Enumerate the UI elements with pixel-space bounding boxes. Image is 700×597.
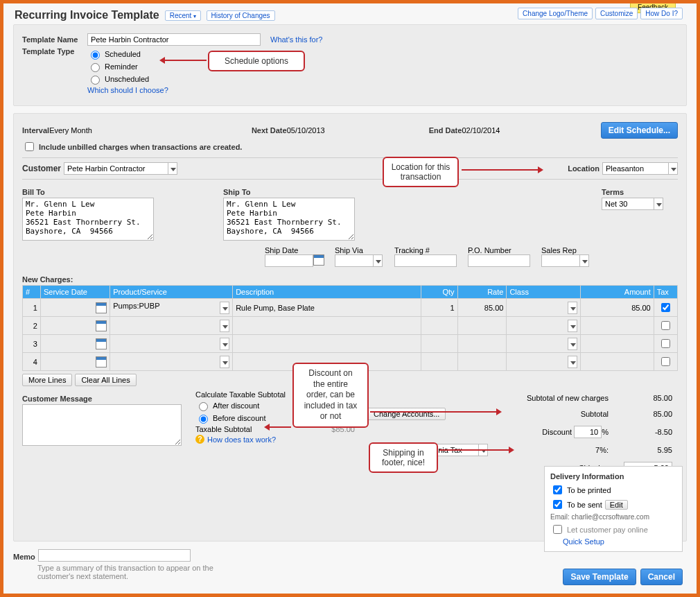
rep-label: Sales Rep — [541, 246, 597, 254]
scheduled-radio[interactable] — [91, 51, 100, 60]
more-lines-button[interactable]: More Lines — [22, 374, 72, 386]
customer-dropdown[interactable] — [168, 162, 177, 175]
table-row[interactable]: 2 — [23, 317, 678, 335]
which-choose-link[interactable]: Which should I choose? — [87, 86, 168, 94]
quick-setup-link[interactable]: Quick Setup — [563, 537, 604, 546]
cancel-button[interactable]: Cancel — [640, 569, 683, 585]
pay-online-checkbox[interactable] — [553, 525, 562, 534]
next-date-label: Next Date — [252, 126, 287, 135]
tax-checkbox[interactable] — [661, 321, 670, 330]
rep-dropdown[interactable] — [579, 254, 589, 267]
how-do-i-button[interactable]: How Do I? — [640, 8, 683, 19]
unscheduled-radio[interactable] — [91, 76, 100, 85]
subtotal-new-label: Subtotal of new charges — [493, 392, 613, 404]
product-dropdown[interactable] — [220, 338, 229, 350]
tax-checkbox[interactable] — [661, 357, 670, 366]
page-title: Recurring Invoice Template — [15, 9, 159, 21]
to-print-checkbox[interactable] — [553, 485, 562, 494]
callout-location: Location for this transaction — [383, 157, 459, 187]
customer-label: Customer — [22, 164, 61, 173]
customer-message-textarea[interactable] — [22, 404, 182, 446]
reminder-label: Reminder — [105, 62, 138, 71]
calendar-icon[interactable] — [96, 356, 107, 367]
change-theme-button[interactable]: Change Logo/Theme — [518, 8, 593, 19]
history-button[interactable]: History of Changes — [207, 10, 275, 21]
po-input[interactable] — [468, 254, 530, 267]
discount-pct-input[interactable] — [574, 426, 602, 438]
interval-label: Interval — [22, 126, 49, 135]
calendar-icon[interactable] — [313, 254, 324, 266]
class-dropdown[interactable] — [568, 338, 577, 350]
subtotal-new-value: 85.00 — [614, 392, 676, 404]
calendar-icon[interactable] — [96, 320, 107, 331]
customer-message-label: Customer Message — [22, 395, 189, 403]
charges-table: # Service Date Product/Service Descripti… — [22, 285, 678, 371]
shipvia-label: Ship Via — [335, 246, 390, 254]
terms-input[interactable] — [602, 198, 654, 210]
before-discount-label: Before discount — [213, 414, 265, 422]
shipvia-input[interactable] — [335, 254, 373, 267]
taxable-subtotal-label: Taxable Subtotal — [195, 425, 252, 433]
product-dropdown[interactable] — [220, 356, 229, 368]
end-date-label: End Date — [429, 126, 462, 135]
after-discount-radio[interactable] — [199, 402, 208, 411]
to-send-checkbox[interactable] — [553, 500, 562, 509]
delivery-title: Delivery Information — [550, 472, 676, 481]
tax-checkbox[interactable] — [661, 339, 670, 348]
tracking-input[interactable] — [394, 254, 457, 267]
reminder-radio[interactable] — [91, 63, 100, 72]
calendar-icon[interactable] — [96, 338, 107, 349]
template-type-label: Template Type — [22, 47, 85, 55]
edit-schedule-button[interactable]: Edit Schedule... — [601, 122, 678, 139]
terms-label: Terms — [602, 188, 678, 196]
location-dropdown[interactable] — [668, 162, 678, 175]
help-icon: ? — [195, 435, 204, 444]
class-dropdown[interactable] — [568, 356, 577, 368]
unbilled-checkbox[interactable] — [25, 142, 34, 151]
shipvia-dropdown[interactable] — [373, 254, 383, 267]
recent-dropdown[interactable]: Recent ▾ — [165, 10, 201, 21]
callout-discount: Discount on the entire order, can be inc… — [292, 363, 369, 428]
class-dropdown[interactable] — [568, 320, 577, 332]
subtotal-value: 85.00 — [614, 406, 676, 422]
discount-label: Discount — [542, 428, 572, 436]
customer-input[interactable] — [64, 162, 168, 175]
edit-delivery-button[interactable]: Edit — [605, 500, 628, 510]
pay-online-label: Let customer pay online — [567, 526, 648, 534]
save-template-button[interactable]: Save Template — [563, 569, 636, 585]
subtotal-label: Subtotal — [493, 406, 613, 422]
customize-button[interactable]: Customize — [595, 8, 638, 19]
delivery-panel: Delivery Information To be printed To be… — [544, 466, 683, 552]
terms-dropdown[interactable] — [654, 198, 663, 210]
po-label: P.O. Number — [468, 246, 537, 254]
callout-schedule: Schedule options — [208, 51, 305, 71]
memo-input[interactable] — [38, 549, 191, 562]
whats-this-link[interactable]: What's this for? — [270, 35, 322, 44]
after-discount-label: After discount — [213, 401, 259, 410]
unscheduled-label: Unscheduled — [105, 75, 149, 83]
location-input[interactable] — [602, 162, 668, 175]
before-discount-radio[interactable] — [199, 415, 208, 424]
tax-checkbox[interactable] — [661, 303, 670, 312]
clear-lines-button[interactable]: Clear All Lines — [75, 374, 136, 386]
email-value: charlie@ccrsoftware.com — [572, 513, 649, 521]
how-tax-link[interactable]: How does tax work? — [207, 435, 276, 444]
template-name-input[interactable] — [87, 33, 261, 46]
shipdate-input[interactable] — [265, 254, 313, 267]
billto-textarea[interactable]: Mr. Glenn L Lew Pete Harbin 36521 East T… — [22, 198, 154, 241]
calendar-icon[interactable] — [96, 302, 107, 313]
change-accounts-button[interactable]: Change Accounts... — [367, 408, 446, 420]
template-name-label: Template Name — [22, 35, 85, 44]
shipto-textarea[interactable]: Mr. Glenn L Lew Pete Harbin 36521 East T… — [223, 198, 355, 241]
product-dropdown[interactable] — [220, 320, 229, 332]
tax-value: 5.95 — [614, 442, 676, 458]
product-dropdown[interactable] — [220, 302, 229, 314]
rep-input[interactable] — [541, 254, 579, 267]
to-send-label: To be sent — [567, 501, 602, 509]
billto-label: Bill To — [22, 188, 202, 196]
table-row[interactable]: 3 — [23, 335, 678, 353]
class-dropdown[interactable] — [568, 302, 577, 314]
end-date-value: 02/10/2014 — [462, 126, 500, 135]
table-row[interactable]: 1 Pumps:PUBP Rule Pump, Base Plate 1 85.… — [23, 299, 678, 317]
location-label: Location — [568, 164, 600, 173]
